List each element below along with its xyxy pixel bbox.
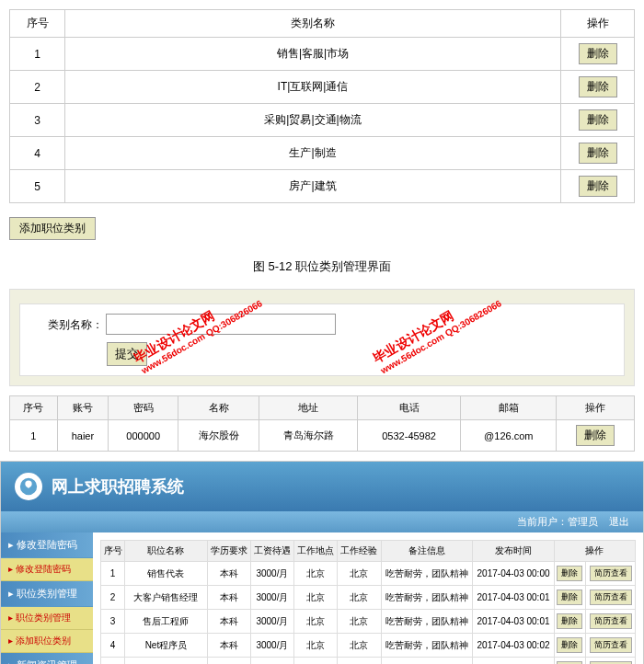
table-row: 2大客户销售经理本科3000/月北京北京吃苦耐劳，团队精神2017-04-03 … xyxy=(101,586,636,610)
table-row: 1 销售|客服|市场 删除 xyxy=(10,38,635,71)
cell-num: 3 xyxy=(10,104,65,137)
col-action: 操作 xyxy=(561,10,635,38)
figure-caption: 图 5-12 职位类别管理界面 xyxy=(0,258,644,275)
system-header: 网上求职招聘系统 xyxy=(1,462,643,511)
chevron-right-icon: ▸ xyxy=(8,612,13,623)
view-resume-button[interactable]: 简历查看 xyxy=(590,613,632,629)
sidebar-group[interactable]: ▸ 职位类别管理 xyxy=(1,581,93,607)
delete-button[interactable]: 删除 xyxy=(579,43,617,64)
col-header: 工作经验 xyxy=(338,541,381,562)
view-resume-button[interactable]: 简历查看 xyxy=(590,566,632,581)
cell-name: 房产|建筑 xyxy=(65,170,561,203)
system-panel: 网上求职招聘系统 当前用户：管理员 退出 ▸ 修改登陆密码▸ 修改登陆密码▸ 职… xyxy=(0,461,644,664)
table-row: 5 房产|建筑 删除 xyxy=(10,170,635,203)
submit-button[interactable]: 提交 xyxy=(107,342,147,366)
system-title: 网上求职招聘系统 xyxy=(52,475,184,498)
table-row: 1销售代表本科3000/月北京北京吃苦耐劳，团队精神2017-04-03 00:… xyxy=(101,562,636,586)
job-table: 序号职位名称学历要求工资待遇工作地点工作经验备注信息发布时间操作 1销售代表本科… xyxy=(100,540,636,664)
table-row: 3售后工程师本科3000/月北京北京吃苦耐劳，团队精神2017-04-03 00… xyxy=(101,610,636,634)
chevron-right-icon: ▸ xyxy=(8,539,14,550)
chevron-right-icon: ▸ xyxy=(8,659,14,664)
search-section: 类别名称： 提交 xyxy=(9,289,635,386)
col-header: 操作 xyxy=(554,541,635,562)
col-header: 电话 xyxy=(357,396,461,420)
col-header: 名称 xyxy=(178,396,259,420)
logout-link[interactable]: 退出 xyxy=(609,516,629,527)
cell-name: 销售|客服|市场 xyxy=(65,38,561,71)
sidebar: ▸ 修改登陆密码▸ 修改登陆密码▸ 职位类别管理▸ 职位类别管理▸ 添加职位类别… xyxy=(1,532,93,664)
delete-button[interactable]: 删除 xyxy=(579,76,617,97)
cell-name: IT|互联网|通信 xyxy=(65,71,561,104)
col-header: 操作 xyxy=(557,396,635,420)
sidebar-item[interactable]: ▸ 添加职位类别 xyxy=(1,630,93,653)
table-row: 4Net程序员本科3000/月北京北京吃苦耐劳，团队精神2017-04-03 0… xyxy=(101,634,636,658)
col-header: 地址 xyxy=(259,396,357,420)
cell-num: 5 xyxy=(10,170,65,203)
company-table: 序号账号密码名称地址电话邮箱操作 1haier000000海尔股份青岛海尔路05… xyxy=(9,395,635,452)
delete-button[interactable]: 删除 xyxy=(557,566,582,581)
sidebar-group[interactable]: ▸ 新闻资讯管理 xyxy=(1,653,93,664)
col-header: 密码 xyxy=(109,396,178,420)
col-header: 备注信息 xyxy=(381,541,473,562)
delete-button[interactable]: 删除 xyxy=(579,176,617,197)
cell-num: 4 xyxy=(10,137,65,170)
col-header: 工资待遇 xyxy=(250,541,293,562)
search-label: 类别名称： xyxy=(29,317,103,333)
table-row: 1haier000000海尔股份青岛海尔路0532-45982@126.com删… xyxy=(10,420,635,452)
logo-icon xyxy=(15,473,42,500)
delete-button[interactable]: 删除 xyxy=(557,613,582,629)
delete-button[interactable]: 删除 xyxy=(579,109,617,131)
cell-num: 1 xyxy=(10,38,65,71)
view-resume-button[interactable]: 简历查看 xyxy=(590,590,632,605)
cell-name: 生产|制造 xyxy=(65,137,561,170)
view-resume-button[interactable]: 简历查看 xyxy=(590,637,632,653)
col-header: 账号 xyxy=(57,396,109,420)
col-header: 学历要求 xyxy=(207,541,250,562)
delete-button[interactable]: 删除 xyxy=(576,425,615,446)
col-header: 序号 xyxy=(101,541,125,562)
col-header: 邮箱 xyxy=(461,396,557,420)
sidebar-item[interactable]: ▸ 职位类别管理 xyxy=(1,607,93,630)
table-row: 5JAVA开发工程师本科3000/月北京北京吃苦耐劳，团队精神2017-04-0… xyxy=(101,658,636,665)
category-table: 序号 类别名称 操作 1 销售|客服|市场 删除2 IT|互联网|通信 删除3 … xyxy=(9,9,635,203)
delete-button[interactable]: 删除 xyxy=(579,143,617,164)
col-name: 类别名称 xyxy=(65,10,561,38)
table-row: 2 IT|互联网|通信 删除 xyxy=(10,71,635,104)
content-area: 序号职位名称学历要求工资待遇工作地点工作经验备注信息发布时间操作 1销售代表本科… xyxy=(93,532,643,664)
chevron-right-icon: ▸ xyxy=(8,635,13,646)
delete-button[interactable]: 删除 xyxy=(557,590,582,605)
sidebar-item[interactable]: ▸ 修改登陆密码 xyxy=(1,558,93,581)
system-subheader: 当前用户：管理员 退出 xyxy=(1,511,643,532)
col-num: 序号 xyxy=(10,10,65,38)
col-header: 发布时间 xyxy=(473,541,554,562)
current-user: 当前用户：管理员 xyxy=(517,516,598,527)
table-row: 4 生产|制造 删除 xyxy=(10,137,635,170)
col-header: 序号 xyxy=(10,396,58,420)
table-row: 3 采购|贸易|交通|物流 删除 xyxy=(10,104,635,137)
sidebar-group[interactable]: ▸ 修改登陆密码 xyxy=(1,532,93,558)
delete-button[interactable]: 删除 xyxy=(557,637,582,653)
chevron-right-icon: ▸ xyxy=(8,564,13,574)
chevron-right-icon: ▸ xyxy=(8,588,14,599)
cell-num: 2 xyxy=(10,71,65,104)
cell-name: 采购|贸易|交通|物流 xyxy=(65,104,561,137)
col-header: 工作地点 xyxy=(294,541,338,562)
col-header: 职位名称 xyxy=(125,541,207,562)
add-category-button[interactable]: 添加职位类别 xyxy=(9,217,96,240)
search-input[interactable] xyxy=(106,314,336,335)
